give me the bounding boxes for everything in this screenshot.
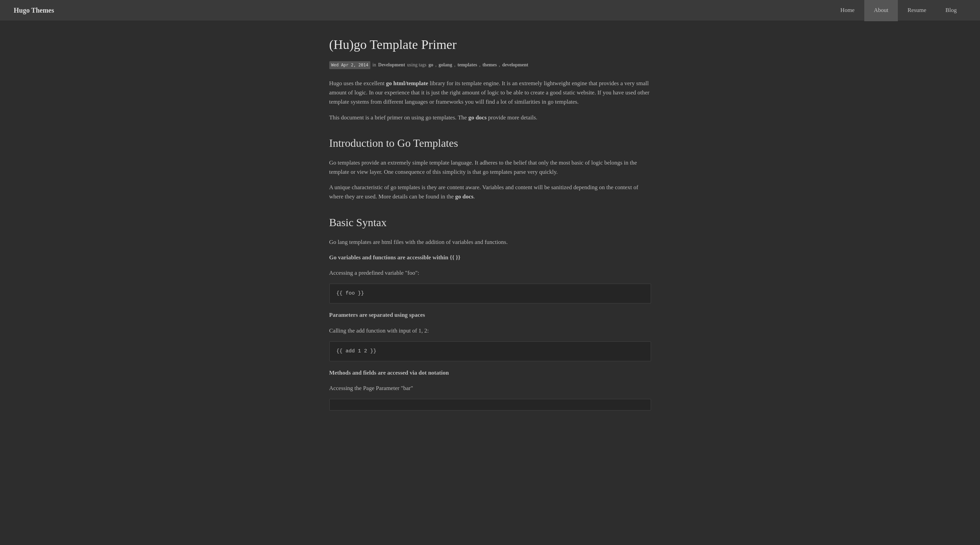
meta-using: using tags [407,61,426,69]
main-content: (Hu)go Template Primer Wed Apr 2, 2014 i… [323,21,658,445]
intro-paragraph-2: This document is a brief primer on using… [329,113,651,122]
section1-paragraph-2: A unique characteristic of go templates … [329,183,651,201]
nav-home[interactable]: Home [831,0,864,21]
section2-title: Basic Syntax [329,214,651,231]
section2-paragraph-1: Go lang templates are html files with th… [329,237,651,247]
section2-bold-1: Go variables and functions are accessibl… [329,253,651,262]
section1-title: Introduction to Go Templates [329,135,651,152]
post-meta: Wed Apr 2, 2014 in Development using tag… [329,61,651,69]
section1-paragraph-1: Go templates provide an extremely simple… [329,158,651,176]
post-date: Wed Apr 2, 2014 [329,61,371,69]
section2-paragraph-2: Accessing a predefined variable "foo": [329,268,651,278]
meta-in: in [372,61,376,69]
tag-go[interactable]: go [428,61,433,69]
section2-paragraph-4: Accessing the Page Parameter "bar" [329,383,651,393]
go-html-template-link[interactable]: go html/template [386,80,428,87]
go-docs-link-2[interactable]: go docs [455,193,473,200]
intro-paragraph-1: Hugo uses the excellent go html/template… [329,79,651,107]
meta-category[interactable]: Development [378,61,405,69]
section2-paragraph-3: Calling the add function with input of 1… [329,326,651,335]
code-block-3 [329,399,651,410]
code-block-1: {{ foo }} [329,284,651,303]
nav-brand[interactable]: Hugo Themes [14,5,54,16]
nav-resume[interactable]: Resume [898,0,936,21]
post-title: (Hu)go Template Primer [329,34,651,55]
nav-links: Home About Resume Blog [831,0,966,21]
tag-templates[interactable]: templates [457,61,477,69]
go-docs-link-1[interactable]: go docs [468,114,487,121]
section2-bold-3: Methods and fields are accessed via dot … [329,368,651,377]
code-block-2: {{ add 1 2 }} [329,342,651,361]
tag-development[interactable]: development [502,61,528,69]
nav-blog[interactable]: Blog [936,0,966,21]
section2-bold-2: Parameters are separated using spaces [329,310,651,319]
tag-golang[interactable]: golang [439,61,452,69]
tag-themes[interactable]: themes [482,61,497,69]
nav-about[interactable]: About [864,0,898,21]
navigation: Hugo Themes Home About Resume Blog [0,0,980,21]
